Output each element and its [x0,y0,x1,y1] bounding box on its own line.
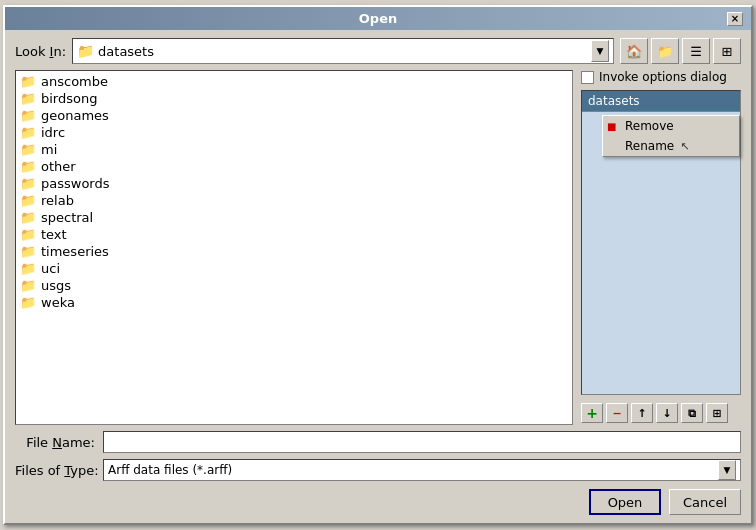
right-panel: Invoke options dialog datasets ■ Remove [581,70,741,425]
file-name-label: usgs [41,278,71,293]
title-bar: Open × [5,7,751,30]
list-item[interactable]: 📁 anscombe [16,73,572,90]
bookmark-item[interactable]: datasets [582,91,740,112]
bookmark-down-button[interactable]: ↓ [656,403,678,423]
bookmark-add-button[interactable]: + [581,403,603,423]
file-name-label: anscombe [41,74,108,89]
folder-icon: 📁 [20,108,36,123]
folder-icon: 📁 [77,43,94,59]
folder-icon: 📁 [20,74,36,89]
files-type-label: Files of Type: [15,463,95,478]
file-name-label: timeseries [41,244,109,259]
file-name-label: geonames [41,108,109,123]
dialog-title: Open [29,11,727,26]
file-name-label: other [41,159,76,174]
list-item[interactable]: 📁 birdsong [16,90,572,107]
folder-icon: 📁 [20,91,36,106]
files-type-row: Files of Type: Arff data files (*.arff) … [15,459,741,481]
look-in-dropdown-arrow[interactable]: ▼ [591,40,609,62]
file-name-label: relab [41,193,74,208]
list-item[interactable]: 📁 text [16,226,572,243]
folder-icon: 📁 [20,295,36,310]
context-rename-label: Rename [625,139,674,153]
list-item[interactable]: 📁 uci [16,260,572,277]
file-name-label: birdsong [41,91,97,106]
list-item[interactable]: 📁 timeseries [16,243,572,260]
file-name-label: passwords [41,176,110,191]
list-item[interactable]: 📁 geonames [16,107,572,124]
details-view-button[interactable]: ⊞ [713,38,741,64]
folder-icon: 📁 [20,159,36,174]
folder-icon: 📁 [20,142,36,157]
context-remove[interactable]: ■ Remove [603,116,739,136]
file-name-label: spectral [41,210,93,225]
invoke-label: Invoke options dialog [599,70,727,84]
list-item[interactable]: 📁 other [16,158,572,175]
folder-icon: 📁 [20,261,36,276]
look-in-combo[interactable]: 📁 datasets ▼ [72,38,614,64]
new-folder-button[interactable]: 📁 [651,38,679,64]
files-type-value: Arff data files (*.arff) [108,463,718,477]
bookmark-remove-button[interactable]: − [606,403,628,423]
list-view-button[interactable]: ☰ [682,38,710,64]
context-remove-label: Remove [625,119,674,133]
bookmark-up-button[interactable]: ↑ [631,403,653,423]
list-item[interactable]: 📁 spectral [16,209,572,226]
home-button[interactable]: 🏠 [620,38,648,64]
context-rename[interactable]: Rename ↖ [603,136,739,156]
cancel-button[interactable]: Cancel [669,489,741,515]
list-item[interactable]: 📁 weka [16,294,572,311]
files-type-arrow[interactable]: ▼ [718,460,736,480]
invoke-checkbox[interactable] [581,71,594,84]
remove-icon: ■ [607,121,616,132]
dialog-body: Look In: 📁 datasets ▼ 🏠 📁 ☰ ⊞ 📁 anscombe [5,30,751,523]
look-in-label: Look In: [15,44,66,59]
file-name-label: idrc [41,125,65,140]
context-menu: ■ Remove Rename ↖ [602,115,740,157]
folder-icon: 📁 [20,210,36,225]
close-button[interactable]: × [727,12,743,26]
files-type-combo[interactable]: Arff data files (*.arff) ▼ [103,459,741,481]
folder-icon: 📁 [20,125,36,140]
folder-icon: 📁 [20,278,36,293]
list-item[interactable]: 📁 passwords [16,175,572,192]
bookmarks-panel: datasets ■ Remove Rename ↖ [581,90,741,395]
bookmark-copy-button[interactable]: ⧉ [681,403,703,423]
bookmark-toolbar: + − ↑ ↓ ⧉ ⊞ [581,401,741,425]
file-name-label: text [41,227,67,242]
list-item[interactable]: 📁 usgs [16,277,572,294]
main-area: 📁 anscombe 📁 birdsong 📁 geonames 📁 idrc … [15,70,741,425]
cursor-icon: ↖ [680,140,689,153]
folder-icon: 📁 [20,176,36,191]
look-in-row: Look In: 📁 datasets ▼ 🏠 📁 ☰ ⊞ [15,38,741,64]
bookmark-paste-button[interactable]: ⊞ [706,403,728,423]
folder-icon: 📁 [20,193,36,208]
file-name-input[interactable] [103,431,741,453]
list-item[interactable]: 📁 idrc [16,124,572,141]
file-name-label-text: File Name: [15,435,95,450]
file-name-label: weka [41,295,75,310]
bottom-buttons: Open Cancel [15,487,741,515]
list-item[interactable]: 📁 mi [16,141,572,158]
open-dialog: Open × Look In: 📁 datasets ▼ 🏠 📁 ☰ ⊞ [3,5,753,525]
file-list[interactable]: 📁 anscombe 📁 birdsong 📁 geonames 📁 idrc … [15,70,573,425]
bookmark-label: datasets [588,94,640,108]
open-button[interactable]: Open [589,489,661,515]
look-in-value: datasets [98,44,587,59]
toolbar-buttons: 🏠 📁 ☰ ⊞ [620,38,741,64]
file-name-row: File Name: [15,431,741,453]
list-item[interactable]: 📁 relab [16,192,572,209]
folder-icon: 📁 [20,244,36,259]
file-name-label: mi [41,142,57,157]
file-name-label: uci [41,261,60,276]
folder-icon: 📁 [20,227,36,242]
invoke-row: Invoke options dialog [581,70,741,84]
